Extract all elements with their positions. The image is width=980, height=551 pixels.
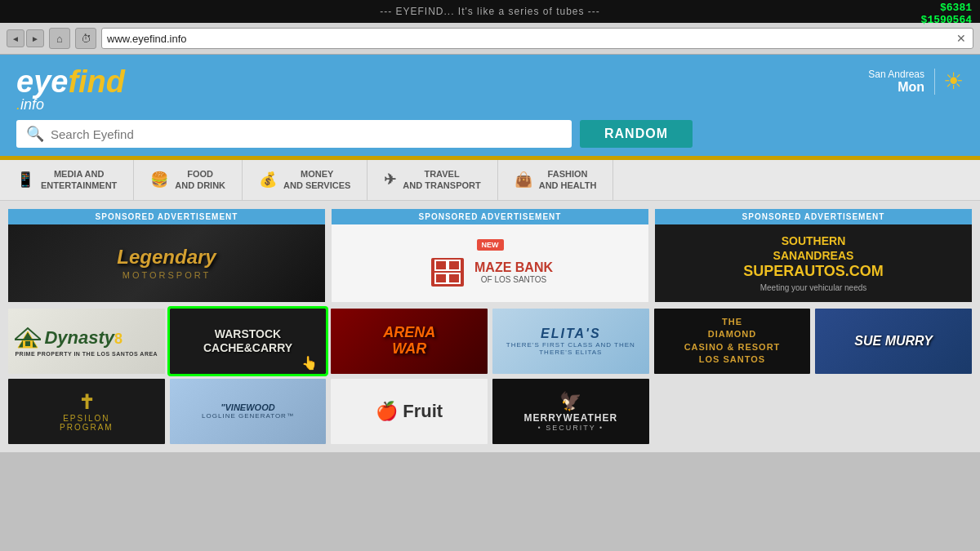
money-icon: 💰 bbox=[259, 171, 277, 189]
hud-money: $6381 $1590564 bbox=[921, 2, 972, 26]
location-info: San Andreas Mon bbox=[868, 69, 935, 95]
ad-legendary-content: Legendary MOTORSPORT bbox=[8, 224, 325, 302]
dynasty8-logo-svg bbox=[15, 325, 41, 351]
food-icon: 🍔 bbox=[150, 171, 168, 189]
dynasty8-tag: PRIME PROPERTY IN THE LOS SANTOS AREA bbox=[15, 351, 158, 357]
site-dynasty8[interactable]: Dynasty8 PRIME PROPERTY IN THE LOS SANTO… bbox=[8, 309, 165, 374]
sponsored-row: SPONSORED ADVERTISEMENT Legendary MOTORS… bbox=[8, 209, 972, 302]
epsilon-cross: ✝ bbox=[60, 391, 114, 414]
tab-media[interactable]: 📱 MEDIA AND ENTERTAINMENT bbox=[0, 160, 134, 200]
ad-mazebank-content: NEW MAZE BANK bbox=[332, 224, 648, 302]
tab-fashion-line1: FASHION bbox=[539, 168, 597, 180]
fruit-text: Fruit bbox=[403, 401, 443, 422]
ad-superautos[interactable]: SPONSORED ADVERTISEMENT SOUTHERN SANANDR… bbox=[655, 209, 972, 302]
site-elitas[interactable]: ELITA'S THERE'S FIRST CLASS AND THEN THE… bbox=[492, 309, 649, 374]
logo-eye: eye bbox=[16, 64, 68, 100]
site-warstock[interactable]: WARSTOCKCACHE&CARRY 👆 bbox=[170, 309, 327, 374]
dynasty8-name: Dynasty bbox=[44, 327, 114, 348]
eyefind-header: eyefind .info San Andreas Mon ☀ bbox=[0, 55, 980, 113]
superautos-tagline: Meeting your vehicular needs bbox=[743, 283, 884, 292]
top-bar: --- EYEFIND... It's like a series of tub… bbox=[0, 0, 980, 23]
epsilon-text: EPSILONPROGRAM bbox=[60, 414, 114, 432]
warstock-text: WARSTOCKCACHE&CARRY bbox=[203, 327, 292, 355]
eyefind-logo: eyefind .info bbox=[16, 64, 125, 113]
back-button[interactable]: ◄ bbox=[7, 29, 24, 47]
tab-fashion-line2: AND HEALTH bbox=[539, 180, 597, 191]
sponsored-label-2: SPONSORED ADVERTISEMENT bbox=[332, 209, 648, 224]
tab-money[interactable]: 💰 MONEY AND SERVICES bbox=[243, 160, 368, 200]
maze-bank-name: MAZE BANK bbox=[474, 260, 553, 275]
search-icon: 🔍 bbox=[26, 125, 44, 143]
site-fruit[interactable]: 🍎 Fruit bbox=[331, 379, 488, 444]
weather-icon: ☀ bbox=[943, 68, 964, 95]
legendary-sub: MOTORSPORT bbox=[117, 270, 216, 280]
merryweather-name: MERRYWEATHER bbox=[523, 412, 617, 424]
cursor-pointer: 👆 bbox=[301, 355, 318, 371]
tab-media-line2: ENTERTAINMENT bbox=[41, 180, 117, 191]
hud-amount1: $6381 bbox=[921, 2, 972, 14]
site-merryweather[interactable]: 🦅 MERRYWEATHER • SECURITY • bbox=[492, 379, 649, 444]
header-right: San Andreas Mon ☀ bbox=[868, 64, 964, 95]
legendary-name: Legendary bbox=[117, 246, 216, 269]
tab-fashion[interactable]: 👜 FASHION AND HEALTH bbox=[498, 160, 614, 200]
refresh-button[interactable]: ⏱ bbox=[75, 28, 96, 49]
site-vinewood[interactable]: "VINEWOOD LOGLINE GENERATOR™ bbox=[170, 379, 327, 444]
search-box: 🔍 bbox=[16, 120, 572, 148]
arena-text: ARENAWAR bbox=[383, 325, 435, 358]
logo-info: .info bbox=[16, 96, 125, 113]
site-arena[interactable]: ARENAWAR bbox=[331, 309, 488, 374]
ad-legendary[interactable]: SPONSORED ADVERTISEMENT Legendary MOTORS… bbox=[8, 209, 325, 302]
elitas-name: ELITA'S bbox=[492, 327, 649, 341]
nav-buttons: ◄ ► bbox=[7, 29, 44, 47]
tab-food-line1: FOOD bbox=[175, 168, 225, 180]
superautos-line2: SANANDREAS bbox=[743, 248, 884, 263]
ad-mazebank[interactable]: SPONSORED ADVERTISEMENT NEW bbox=[332, 209, 648, 302]
content-area: SPONSORED ADVERTISEMENT Legendary MOTORS… bbox=[0, 201, 980, 452]
address-bar-wrap: ✕ bbox=[101, 28, 973, 49]
search-input[interactable] bbox=[51, 127, 562, 141]
tab-money-line1: MONEY bbox=[283, 168, 350, 180]
browser-content: eyefind .info San Andreas Mon ☀ 🔍 RANDOM… bbox=[0, 55, 980, 452]
location-name: San Andreas bbox=[868, 69, 924, 80]
vinewood-text: "VINEWOOD bbox=[202, 402, 294, 412]
browser-chrome: ◄ ► ⌂ ⏱ ✕ bbox=[0, 23, 980, 55]
fruit-icon: 🍎 bbox=[376, 401, 398, 422]
vinewood-sub: LOGLINE GENERATOR™ bbox=[202, 412, 294, 420]
tab-food[interactable]: 🍔 FOOD AND DRINK bbox=[134, 160, 243, 200]
sites-grid: Dynasty8 PRIME PROPERTY IN THE LOS SANTO… bbox=[8, 309, 972, 444]
sponsored-label-3: SPONSORED ADVERTISEMENT bbox=[655, 209, 972, 224]
close-x[interactable]: ✕ bbox=[955, 32, 968, 45]
tab-food-line2: AND DRINK bbox=[175, 180, 225, 191]
forward-button[interactable]: ► bbox=[26, 29, 44, 47]
elitas-sub: THERE'S FIRST CLASS AND THEN THERE'S ELI… bbox=[492, 341, 649, 356]
maze-bank-logo-svg bbox=[427, 254, 468, 291]
home-button[interactable]: ⌂ bbox=[49, 28, 70, 49]
merryweather-sub: • SECURITY • bbox=[523, 424, 617, 432]
ad-superautos-content: SOUTHERN SANANDREAS SUPERAUTOS.COM Meeti… bbox=[655, 224, 972, 302]
nav-tabs: 📱 MEDIA AND ENTERTAINMENT 🍔 FOOD AND DRI… bbox=[0, 160, 980, 201]
merryweather-icon: 🦅 bbox=[523, 391, 617, 412]
superautos-line1: SOUTHERN bbox=[743, 233, 884, 248]
dynasty8-num: 8 bbox=[114, 331, 122, 347]
random-button[interactable]: RANDOM bbox=[580, 120, 693, 148]
superautos-line3: SUPERAUTOS.COM bbox=[743, 263, 884, 280]
tab-travel-line1: TRAVEL bbox=[403, 168, 480, 180]
location-day: Mon bbox=[868, 80, 924, 95]
site-diamond[interactable]: THEDIAMONDCasino & ResortLOS SANTOS bbox=[654, 309, 811, 374]
maze-new-badge: NEW bbox=[477, 239, 504, 251]
tab-travel-line2: AND TRANSPORT bbox=[403, 180, 480, 191]
site-epsilon[interactable]: ✝ EPSILONPROGRAM bbox=[8, 379, 165, 444]
logo-find: find bbox=[68, 64, 125, 100]
sponsored-label-1: SPONSORED ADVERTISEMENT bbox=[8, 209, 325, 224]
diamond-text: THEDIAMONDCasino & ResortLOS SANTOS bbox=[684, 316, 781, 367]
fashion-icon: 👜 bbox=[514, 171, 532, 189]
address-bar[interactable] bbox=[107, 33, 955, 45]
media-icon: 📱 bbox=[16, 171, 34, 189]
tab-money-line2: AND SERVICES bbox=[283, 180, 350, 191]
svg-rect-7 bbox=[25, 341, 30, 346]
tab-travel[interactable]: ✈ TRAVEL AND TRANSPORT bbox=[368, 160, 497, 200]
browser-title: --- EYEFIND... It's like a series of tub… bbox=[380, 6, 600, 17]
hud-amount2: $1590564 bbox=[921, 14, 972, 26]
site-suemurry[interactable]: SUE MURRY bbox=[815, 309, 972, 374]
travel-icon: ✈ bbox=[384, 171, 396, 189]
